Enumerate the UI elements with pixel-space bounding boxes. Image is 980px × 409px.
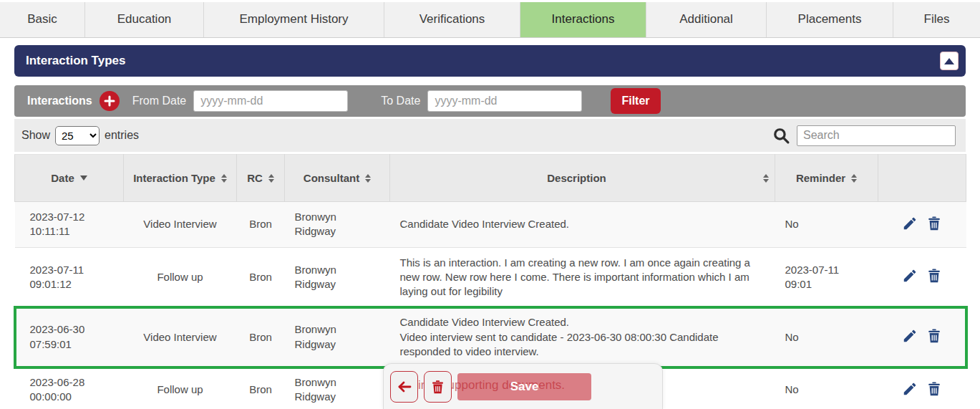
cell-date: 2023-06-28 00:00:00: [15, 367, 124, 409]
edit-button[interactable]: [901, 380, 919, 398]
tab-employment-history[interactable]: Employment History: [204, 2, 384, 37]
tab-bar: Basic Education Employment History Verif…: [0, 2, 980, 38]
tab-additional[interactable]: Additional: [646, 2, 767, 37]
list-controls: Show 25 entries: [14, 119, 966, 152]
cell-interaction-type: Video Interview: [124, 307, 237, 367]
pencil-icon: [902, 328, 918, 344]
trash-icon: [926, 216, 942, 231]
overlay-delete-button[interactable]: [424, 371, 452, 403]
chevron-up-icon: [944, 58, 954, 64]
interactions-label: Interactions: [27, 95, 92, 107]
column-header-actions: [878, 155, 966, 202]
delete-button[interactable]: [925, 266, 943, 285]
pencil-icon: [902, 381, 918, 397]
tab-basic[interactable]: Basic: [0, 2, 85, 37]
tab-files[interactable]: Files: [893, 2, 980, 37]
cell-description: This is an interaction. I am creating a …: [390, 247, 775, 307]
table-row: 2023-07-11 09:01:12 Follow up Bron Bronw…: [15, 247, 966, 307]
column-header-date[interactable]: Date: [15, 155, 124, 202]
arrow-left-icon: [396, 378, 413, 395]
cell-reminder: No: [775, 307, 878, 367]
trash-icon: [926, 328, 942, 344]
cell-interaction-type: Follow up: [124, 247, 237, 307]
tab-verifications[interactable]: Verifications: [384, 2, 520, 37]
from-date-input[interactable]: [193, 90, 348, 112]
cell-actions: [878, 367, 966, 409]
cell-consultant: Bronwyn Ridgway: [285, 202, 390, 248]
add-interaction-button[interactable]: [100, 91, 120, 111]
cell-interaction-type: Follow up: [124, 367, 237, 409]
cell-description: Candidate Video Interview Created.: [390, 202, 775, 248]
trash-icon: [926, 268, 942, 284]
page-size-select[interactable]: 25: [55, 126, 100, 145]
cell-date: 2023-06-30 07:59:01: [15, 307, 124, 367]
tab-placements[interactable]: Placements: [767, 2, 893, 37]
entries-label: entries: [105, 129, 139, 142]
cell-rc: Bron: [237, 202, 285, 248]
cell-actions: [878, 307, 966, 367]
edit-button[interactable]: [901, 214, 919, 233]
trash-icon: [926, 381, 942, 397]
cell-consultant: Bronwyn Ridgway: [285, 367, 390, 409]
filter-button[interactable]: Filter: [611, 88, 660, 114]
edit-button[interactable]: [901, 327, 919, 345]
panel-title: Interaction Types: [26, 54, 126, 68]
plus-icon: [104, 95, 115, 107]
cell-date: 2023-07-12 10:11:11: [15, 202, 124, 248]
cell-actions: [878, 202, 966, 248]
cell-actions: [878, 247, 966, 307]
interaction-types-header: Interaction Types: [14, 45, 966, 77]
delete-button[interactable]: [925, 214, 943, 233]
filter-bar: Interactions From Date To Date Filter: [14, 85, 966, 117]
popup-panel: required supporting documents. Save: [383, 363, 663, 409]
cell-interaction-type: Video Interview: [124, 202, 237, 248]
tab-interactions[interactable]: Interactions: [520, 2, 646, 37]
column-header-consultant[interactable]: Consultant: [285, 155, 390, 202]
delete-button[interactable]: [925, 327, 943, 345]
column-header-reminder[interactable]: Reminder: [775, 155, 878, 202]
collapse-panel-button[interactable]: [940, 52, 959, 70]
sort-icon: [763, 174, 769, 183]
table-row: 2023-07-12 10:11:11 Video Interview Bron…: [15, 202, 966, 248]
column-header-description[interactable]: Description: [390, 155, 775, 202]
cell-rc: Bron: [237, 367, 285, 409]
column-header-rc[interactable]: RC: [237, 155, 285, 202]
sort-icon: [221, 174, 227, 183]
cell-consultant: Bronwyn Ridgway: [285, 247, 390, 307]
trash-icon: [430, 380, 445, 395]
from-date-label: From Date: [132, 95, 187, 107]
cell-consultant: Bronwyn Ridgway: [285, 307, 390, 367]
table-row-highlighted: 2023-06-30 07:59:01 Video Interview Bron…: [15, 307, 966, 367]
edit-button[interactable]: [901, 266, 919, 285]
to-date-label: To Date: [381, 95, 420, 107]
cell-reminder: No: [775, 202, 878, 248]
cell-rc: Bron: [237, 247, 285, 307]
to-date-input[interactable]: [427, 90, 582, 112]
cell-reminder: 2023-07-11 09:01: [775, 247, 878, 307]
column-header-interaction-type[interactable]: Interaction Type: [124, 155, 237, 202]
pencil-icon: [902, 216, 918, 231]
back-button[interactable]: [390, 371, 418, 403]
cell-rc: Bron: [237, 307, 285, 367]
show-label: Show: [21, 129, 50, 142]
save-button[interactable]: Save: [457, 373, 591, 400]
search-icon: [772, 127, 790, 145]
cell-description: Candidate Video Interview Created. Video…: [390, 307, 775, 367]
sort-icon: [365, 174, 371, 183]
tab-education[interactable]: Education: [85, 2, 204, 37]
cell-reminder: No: [775, 367, 878, 409]
search-input[interactable]: [797, 125, 956, 146]
sort-icon: [851, 174, 857, 183]
delete-button[interactable]: [925, 380, 943, 398]
sort-desc-icon: [80, 175, 87, 181]
pencil-icon: [902, 268, 918, 284]
sort-icon: [268, 174, 274, 183]
table-header-row: Date Interaction Type RC Consultant Desc…: [15, 155, 966, 202]
cell-date: 2023-07-11 09:01:12: [15, 247, 124, 307]
